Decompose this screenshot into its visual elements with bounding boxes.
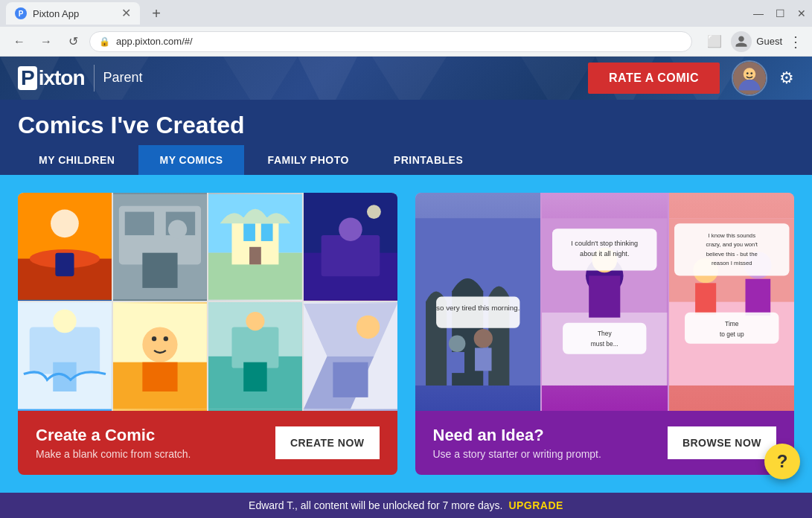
header-right: RATE A COMIC ⚙ xyxy=(588,60,794,96)
profile-button[interactable]: Guest xyxy=(731,31,782,52)
story-cell-2: I couldn't stop thinking about it all ni… xyxy=(542,193,668,411)
svg-rect-19 xyxy=(261,223,273,241)
tab-family-photo[interactable]: FAMILY PHOTO xyxy=(247,145,370,175)
svg-rect-38 xyxy=(231,327,278,368)
svg-text:Time: Time xyxy=(725,320,739,327)
create-card-title: Create a Comic xyxy=(36,426,263,445)
story-cell-3: I know this sounds crazy, and you won't … xyxy=(669,193,795,411)
svg-text:I know this sounds: I know this sounds xyxy=(708,231,755,238)
svg-point-25 xyxy=(339,217,362,240)
avatar-image xyxy=(733,62,766,95)
svg-text:to get up: to get up xyxy=(719,330,744,338)
svg-rect-24 xyxy=(321,235,380,276)
create-card-subtitle: Make a blank comic from scratch. xyxy=(36,448,263,460)
create-comic-image xyxy=(18,193,397,411)
app-header: Pixton Parent RATE A COMIC xyxy=(0,57,812,100)
extensions-button[interactable]: ⬜ xyxy=(704,31,725,52)
back-button[interactable]: ← xyxy=(9,31,30,52)
refresh-button[interactable]: ↺ xyxy=(63,31,83,52)
create-now-button[interactable]: CREATE NOW xyxy=(275,426,380,459)
browse-now-button[interactable]: BROWSE NOW xyxy=(668,426,776,459)
svg-point-33 xyxy=(152,337,156,342)
svg-rect-13 xyxy=(142,253,177,288)
collage-cell-6 xyxy=(113,302,207,411)
tab-my-comics[interactable]: MY COMICS xyxy=(138,145,243,175)
idea-card-text: Need an Idea? Use a story starter or wri… xyxy=(433,426,656,460)
rate-comic-button[interactable]: RATE A COMIC xyxy=(588,63,720,94)
title-bar: P Pixton App ✕ + — ☐ ✕ xyxy=(0,0,812,27)
svg-point-39 xyxy=(246,312,264,330)
nav-bar: ← → ↺ 🔒 app.pixton.com/#/ ⬜ Guest ⋮ xyxy=(0,27,812,57)
svg-rect-51 xyxy=(436,296,520,327)
tab-close-button[interactable]: ✕ xyxy=(121,7,131,19)
tabs-row: MY CHILDREN MY COMICS FAMILY PHOTO PRINT… xyxy=(18,145,794,175)
footer-message: Edward T., all content will be unlocked … xyxy=(249,499,502,511)
svg-text:reason I missed: reason I missed xyxy=(712,260,752,266)
tab-printables[interactable]: PRINTABLES xyxy=(373,145,484,175)
svg-rect-67 xyxy=(695,283,716,314)
idea-card: so very tired this morning. xyxy=(415,193,795,475)
svg-point-22 xyxy=(367,205,381,219)
profile-label: Guest xyxy=(756,36,782,47)
svg-point-2 xyxy=(747,72,749,74)
svg-rect-45 xyxy=(333,362,368,397)
story-cell-1: so very tired this morning. xyxy=(415,193,541,411)
svg-point-14 xyxy=(168,220,187,238)
collage-cell-4 xyxy=(304,193,397,301)
new-tab-button[interactable]: + xyxy=(146,3,167,24)
address-bar[interactable]: 🔒 app.pixton.com/#/ xyxy=(89,31,692,52)
settings-button[interactable]: ⚙ xyxy=(779,68,794,88)
idea-card-subtitle: Use a story starter or writing prompt. xyxy=(433,448,656,460)
nav-right-controls: ⬜ Guest ⋮ xyxy=(704,31,803,52)
tab-my-children[interactable]: MY CHILDREN xyxy=(18,145,135,175)
collage-cell-3 xyxy=(208,193,302,301)
svg-rect-8 xyxy=(55,253,74,276)
forward-button[interactable]: → xyxy=(36,31,57,52)
create-card-text: Create a Comic Make a blank comic from s… xyxy=(36,426,263,460)
create-card-bottom: Create a Comic Make a blank comic from s… xyxy=(18,411,397,475)
tabs-section: Comics I've Created MY CHILDREN MY COMIC… xyxy=(0,100,812,175)
svg-rect-40 xyxy=(243,362,266,391)
svg-point-44 xyxy=(356,316,379,339)
create-comic-card: Create a Comic Make a blank comic from s… xyxy=(18,193,397,475)
logo-rest: ixton xyxy=(39,66,85,89)
profile-icon xyxy=(731,31,752,52)
collage-cell-8 xyxy=(304,302,397,411)
comic-collage xyxy=(18,193,397,411)
svg-rect-75 xyxy=(685,312,779,343)
tab-label: Pixton App xyxy=(33,8,79,19)
role-label: Parent xyxy=(103,70,143,86)
app-wrapper: Pixton Parent RATE A COMIC xyxy=(0,57,812,518)
collage-cell-2 xyxy=(113,193,207,301)
minimize-button[interactable]: — xyxy=(753,7,764,19)
svg-rect-35 xyxy=(142,362,177,391)
browser-tab[interactable]: P Pixton App ✕ xyxy=(6,2,140,25)
svg-rect-57 xyxy=(589,275,620,317)
svg-rect-11 xyxy=(125,211,154,234)
collage-cell-7 xyxy=(208,302,302,411)
svg-rect-50 xyxy=(475,348,491,371)
avatar-button[interactable] xyxy=(732,60,767,96)
idea-card-image: so very tired this morning. xyxy=(415,193,795,411)
svg-point-34 xyxy=(164,337,168,342)
svg-point-1 xyxy=(744,68,756,80)
upgrade-link[interactable]: UPGRADE xyxy=(508,499,563,511)
logo-area: Pixton Parent xyxy=(18,65,143,92)
maximize-button[interactable]: ☐ xyxy=(776,7,785,19)
story-collage: so very tired this morning. xyxy=(415,193,795,411)
close-button[interactable]: ✕ xyxy=(797,7,806,19)
svg-rect-48 xyxy=(450,352,464,373)
menu-button[interactable]: ⋮ xyxy=(788,34,803,49)
svg-rect-61 xyxy=(563,323,646,354)
svg-text:must be...: must be... xyxy=(591,339,618,347)
logo-p-letter: P xyxy=(18,66,37,90)
svg-text:I couldn't stop thinking: I couldn't stop thinking xyxy=(571,240,638,247)
help-button[interactable]: ? xyxy=(764,444,800,479)
svg-text:They: They xyxy=(598,329,612,336)
lock-icon: 🔒 xyxy=(99,36,110,47)
window-controls: — ☐ ✕ xyxy=(753,7,806,19)
svg-rect-69 xyxy=(745,279,770,316)
svg-text:so very tired this morning.: so very tired this morning. xyxy=(436,304,520,312)
url-text: app.pixton.com/#/ xyxy=(116,36,193,47)
tab-favicon: P xyxy=(15,7,27,19)
